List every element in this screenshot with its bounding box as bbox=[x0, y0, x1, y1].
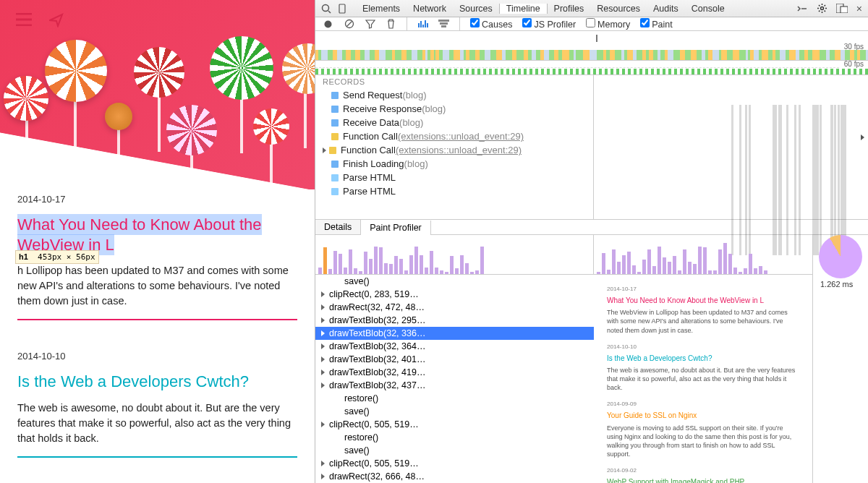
paint-call-row[interactable]: drawTextBlob(32, 419… bbox=[315, 366, 594, 379]
causes-checkbox[interactable]: Causes bbox=[470, 18, 512, 30]
records-header: RECORDS bbox=[315, 75, 593, 88]
devtools-panel: ElementsNetworkSourcesTimelineProfilesRe… bbox=[315, 0, 868, 483]
devtools-tabbar: ElementsNetworkSourcesTimelineProfilesRe… bbox=[315, 0, 868, 17]
blog-page: 2014-10-17 What You Need to Know About t… bbox=[0, 0, 315, 483]
search-icon[interactable] bbox=[321, 4, 331, 14]
svg-point-0 bbox=[323, 4, 329, 11]
paint-call-row[interactable]: restore() bbox=[315, 392, 594, 405]
fps-overview[interactable]: 30 fps 60 fps bbox=[315, 31, 868, 61]
paint-timing-label: 1.262 ms bbox=[820, 280, 853, 288]
paint-call-row[interactable]: drawTextBlob(32, 401… bbox=[315, 353, 594, 366]
timeline-records: RECORDS Send Request (blog)Receive Respo… bbox=[315, 75, 594, 219]
barchart-view-icon[interactable] bbox=[417, 19, 428, 30]
devtools-tab-elements[interactable]: Elements bbox=[356, 4, 407, 14]
post-title[interactable]: Is the Web a Developers Cwtch? bbox=[17, 372, 297, 392]
dock-icon[interactable] bbox=[836, 4, 848, 13]
flamechart-view-icon[interactable] bbox=[438, 19, 449, 30]
close-icon[interactable]: × bbox=[856, 3, 862, 14]
paint-preview: 2014-10-17What You Need to Know About th… bbox=[594, 278, 812, 483]
paint-call-row[interactable]: clipRect(0, 283, 519… bbox=[315, 288, 594, 301]
paint-call-row[interactable]: drawRect(32, 472, 48… bbox=[315, 301, 594, 314]
paint-call-row[interactable]: drawTextBlob(32, 437… bbox=[315, 379, 594, 392]
record-row[interactable]: Parse HTML bbox=[315, 171, 593, 184]
svg-point-2 bbox=[820, 7, 823, 10]
paint-call-row[interactable]: restore() bbox=[315, 431, 594, 444]
paint-call-row[interactable]: save() bbox=[315, 275, 594, 288]
filter-icon[interactable] bbox=[365, 19, 375, 30]
record-icon[interactable] bbox=[323, 19, 333, 30]
svg-rect-8 bbox=[440, 22, 448, 25]
subtab-details[interactable]: Details bbox=[315, 220, 361, 234]
paint-call-row[interactable]: clipRect(0, 505, 519… bbox=[315, 418, 594, 431]
timeline-overview-detail[interactable] bbox=[315, 61, 868, 75]
devtools-tab-network[interactable]: Network bbox=[407, 4, 453, 14]
paint-call-row[interactable]: clipRect(0, 505, 519… bbox=[315, 457, 594, 470]
paint-checkbox[interactable]: Paint bbox=[640, 18, 673, 30]
timeline-toolbar: Causes JS Profiler Memory Paint bbox=[315, 17, 868, 31]
svg-rect-4 bbox=[841, 7, 848, 13]
svg-rect-9 bbox=[441, 25, 446, 27]
svg-rect-7 bbox=[438, 20, 449, 22]
element-dimension-tooltip: h1 453px × 56px bbox=[15, 250, 99, 264]
hamburger-icon[interactable] bbox=[16, 13, 32, 29]
subtab-paint-profiler[interactable]: Paint Profiler bbox=[361, 221, 431, 235]
record-row[interactable]: Receive Data (blog) bbox=[315, 116, 593, 129]
settings-gear-icon[interactable] bbox=[817, 3, 827, 14]
devtools-tab-audits[interactable]: Audits bbox=[647, 4, 685, 14]
paint-profiler-call-list[interactable]: save()clipRect(0, 283, 519…drawRect(32, … bbox=[315, 275, 594, 483]
post-excerpt: The web is awesome, no doubt about it. B… bbox=[17, 401, 297, 446]
record-row[interactable]: Parse HTML bbox=[315, 184, 593, 198]
memory-checkbox[interactable]: Memory bbox=[586, 18, 630, 30]
paint-call-row[interactable]: save() bbox=[315, 444, 594, 457]
post-date: 2014-10-10 bbox=[17, 351, 297, 362]
record-row[interactable]: Send Request (blog) bbox=[315, 88, 593, 102]
divider bbox=[17, 456, 297, 458]
paint-call-row[interactable]: drawRect(32, 666, 48… bbox=[315, 470, 594, 483]
record-row[interactable]: Receive Response (blog) bbox=[315, 102, 593, 116]
record-row[interactable]: Finish Loading (blog) bbox=[315, 157, 593, 171]
pie-chart-icon bbox=[819, 235, 862, 278]
devtools-tab-sources[interactable]: Sources bbox=[453, 4, 499, 14]
hero-image bbox=[0, 0, 315, 189]
record-row[interactable]: Function Call (extensions::unload_event:… bbox=[315, 129, 593, 143]
record-row[interactable]: Function Call (extensions::unload_event:… bbox=[315, 143, 593, 157]
paint-profiler-bar-chart-continued[interactable] bbox=[594, 235, 812, 275]
divider bbox=[17, 319, 297, 320]
drawer-toggle-icon[interactable] bbox=[796, 4, 808, 14]
devtools-tab-timeline[interactable]: Timeline bbox=[499, 4, 548, 14]
paint-call-row[interactable]: drawTextBlob(32, 336… bbox=[315, 327, 594, 340]
devtools-tab-profiles[interactable]: Profiles bbox=[548, 4, 591, 14]
paint-profiler-bar-chart[interactable] bbox=[315, 235, 594, 275]
post-0: 2014-10-17 What You Need to Know About t… bbox=[0, 189, 315, 346]
background-frame-markers bbox=[595, 105, 864, 255]
post-1: 2014-10-10 Is the Web a Developers Cwtch… bbox=[0, 346, 315, 483]
device-icon[interactable] bbox=[339, 4, 346, 14]
paint-timing-pie: 1.262 ms bbox=[813, 235, 868, 483]
devtools-tab-console[interactable]: Console bbox=[685, 4, 731, 14]
svg-point-5 bbox=[325, 20, 332, 27]
clear-icon[interactable] bbox=[344, 19, 354, 30]
garbage-collect-icon[interactable] bbox=[386, 19, 396, 30]
jsprofiler-checkbox[interactable]: JS Profiler bbox=[522, 18, 576, 30]
paint-call-row[interactable]: drawTextBlob(32, 364… bbox=[315, 340, 594, 353]
post-title[interactable]: What You Need to Know About the WebView … bbox=[17, 215, 297, 255]
svg-rect-1 bbox=[339, 4, 345, 13]
paint-call-row[interactable]: drawTextBlob(32, 295… bbox=[315, 314, 594, 327]
devtools-tab-resources[interactable]: Resources bbox=[590, 4, 647, 14]
post-date: 2014-10-17 bbox=[17, 194, 297, 205]
paint-call-row[interactable]: save() bbox=[315, 405, 594, 418]
post-excerpt: h Lollipop has been updated to M37 and c… bbox=[17, 263, 297, 309]
send-icon[interactable] bbox=[49, 13, 64, 30]
